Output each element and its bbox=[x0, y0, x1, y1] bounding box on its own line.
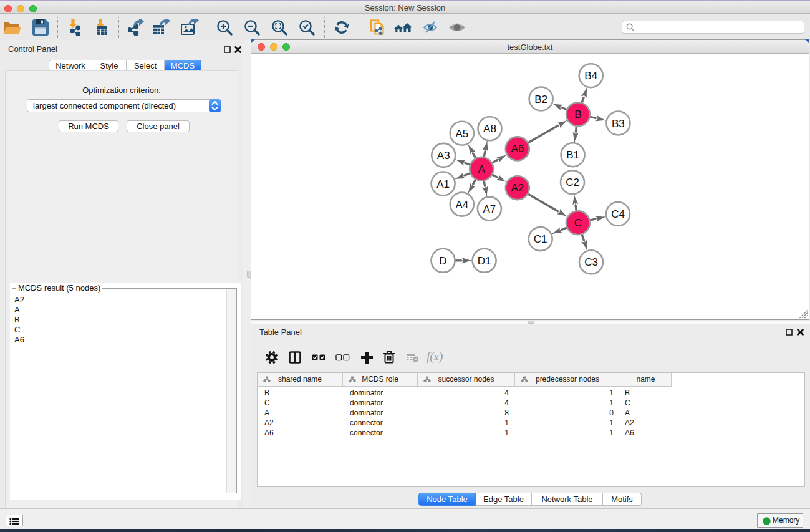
svg-text:A5: A5 bbox=[455, 128, 468, 140]
svg-text:A6: A6 bbox=[511, 143, 524, 155]
svg-text:A7: A7 bbox=[483, 203, 496, 215]
svg-text:C4: C4 bbox=[611, 208, 625, 220]
svg-text:B1: B1 bbox=[566, 149, 579, 161]
svg-text:A: A bbox=[478, 163, 486, 175]
svg-text:B3: B3 bbox=[612, 118, 625, 130]
svg-text:B: B bbox=[574, 109, 581, 120]
svg-text:C3: C3 bbox=[584, 256, 598, 268]
svg-text:A1: A1 bbox=[436, 178, 450, 190]
svg-text:A3: A3 bbox=[437, 150, 450, 162]
svg-text:B2: B2 bbox=[534, 94, 547, 105]
svg-text:C: C bbox=[574, 217, 582, 229]
svg-text:A8: A8 bbox=[483, 123, 496, 135]
svg-text:C1: C1 bbox=[534, 233, 547, 245]
svg-text:D1: D1 bbox=[478, 255, 491, 267]
svg-text:C2: C2 bbox=[566, 177, 579, 188]
svg-text:A2: A2 bbox=[511, 182, 524, 194]
svg-text:B4: B4 bbox=[584, 70, 597, 82]
svg-text:A4: A4 bbox=[455, 199, 468, 211]
svg-text:D: D bbox=[439, 255, 446, 267]
